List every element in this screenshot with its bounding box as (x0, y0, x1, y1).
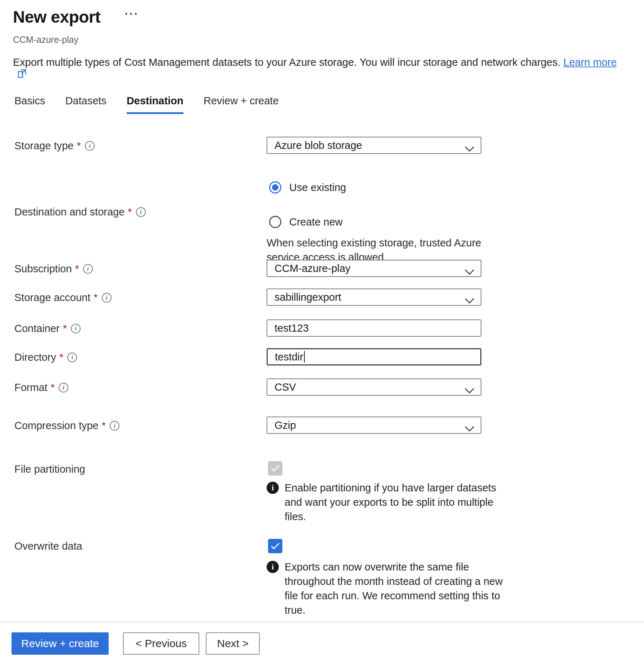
storage-account-value: sabillingexport (275, 291, 341, 303)
compression-type-value: Gzip (275, 419, 296, 431)
compression-type-label: Compression type * i (14, 420, 119, 432)
tab-review-create[interactable]: Review + create (204, 95, 279, 114)
new-export-page: New export ⋯ CCM-azure-play Export multi… (0, 0, 644, 659)
storage-type-dropdown[interactable]: Azure blob storage (267, 137, 481, 154)
required-marker: * (63, 323, 67, 335)
directory-value: testdir (275, 351, 303, 363)
overwrite-data-note: i Exports can now overwrite the same fil… (267, 560, 515, 617)
chevron-down-icon (464, 295, 475, 306)
check-icon (271, 542, 280, 550)
info-icon[interactable]: i (71, 324, 81, 333)
info-icon[interactable]: i (83, 264, 93, 274)
external-link-icon (17, 68, 27, 82)
info-icon[interactable]: i (59, 383, 68, 392)
destination-and-storage-label: Destination and storage * i (14, 206, 146, 218)
file-partitioning-note-text: Enable partitioning if you have larger d… (285, 481, 515, 524)
required-marker: * (94, 292, 97, 304)
format-dropdown[interactable]: CSV (267, 378, 481, 396)
required-marker: * (128, 206, 132, 218)
page-description: Export multiple types of Cost Management… (13, 56, 632, 82)
file-partitioning-label: File partitioning (14, 463, 85, 475)
container-input[interactable]: test123 (267, 319, 481, 337)
required-marker: * (102, 420, 106, 432)
file-partitioning-checkbox (268, 461, 282, 476)
directory-input[interactable]: testdir (267, 348, 481, 365)
storage-account-label: Storage account * i (14, 292, 112, 304)
chevron-down-icon (464, 385, 475, 396)
info-icon[interactable]: i (102, 293, 112, 303)
tab-datasets[interactable]: Datasets (65, 95, 106, 114)
tab-destination[interactable]: Destination (127, 95, 183, 114)
radio-create-new[interactable]: Create new (269, 216, 343, 228)
info-icon[interactable]: i (136, 207, 146, 217)
storage-account-dropdown[interactable]: sabillingexport (267, 288, 481, 306)
required-marker: * (51, 382, 55, 394)
info-filled-icon: i (267, 561, 279, 573)
container-value: test123 (275, 322, 309, 334)
required-marker: * (59, 351, 63, 363)
radio-create-new-label: Create new (289, 216, 343, 228)
directory-label: Directory * i (14, 351, 77, 363)
tab-basics[interactable]: Basics (14, 95, 45, 114)
info-icon[interactable]: i (85, 141, 95, 151)
footer-divider (0, 622, 644, 622)
radio-selected-icon (269, 181, 281, 194)
compression-type-dropdown[interactable]: Gzip (267, 417, 481, 434)
subscription-label: Subscription * i (14, 263, 93, 275)
page-title: New export (13, 7, 100, 27)
chevron-down-icon (464, 423, 475, 435)
page-subtitle: CCM-azure-play (13, 35, 78, 45)
subscription-dropdown[interactable]: CCM-azure-play (267, 260, 481, 277)
radio-use-existing[interactable]: Use existing (269, 181, 346, 194)
more-options-icon[interactable]: ⋯ (124, 5, 140, 22)
check-icon (271, 465, 280, 472)
radio-unselected-icon (269, 216, 281, 228)
review-create-button[interactable]: Review + create (12, 632, 109, 655)
overwrite-data-note-text: Exports can now overwrite the same file … (285, 560, 515, 617)
info-icon[interactable]: i (110, 421, 119, 431)
storage-type-value: Azure blob storage (275, 140, 362, 151)
wizard-tabs: Basics Datasets Destination Review + cre… (14, 95, 279, 114)
chevron-down-icon (464, 266, 475, 278)
learn-more-link[interactable]: Learn more (563, 56, 617, 68)
storage-type-label: Storage type * i (14, 140, 95, 152)
info-icon[interactable]: i (67, 353, 77, 362)
overwrite-data-checkbox[interactable] (268, 539, 282, 553)
subscription-value: CCM-azure-play (275, 263, 350, 274)
required-marker: * (75, 263, 79, 275)
file-partitioning-note: i Enable partitioning if you have larger… (267, 481, 515, 524)
next-button[interactable]: Next > (206, 632, 260, 655)
chevron-down-icon (464, 143, 475, 155)
radio-use-existing-label: Use existing (289, 182, 346, 194)
format-label: Format * i (14, 382, 68, 394)
overwrite-data-label: Overwrite data (14, 540, 82, 552)
previous-button[interactable]: < Previous (123, 632, 199, 655)
text-cursor (304, 351, 305, 363)
description-text: Export multiple types of Cost Management… (13, 56, 561, 68)
info-filled-icon: i (267, 482, 279, 494)
format-value: CSV (275, 381, 296, 393)
required-marker: * (77, 140, 81, 152)
container-label: Container * i (14, 323, 81, 335)
